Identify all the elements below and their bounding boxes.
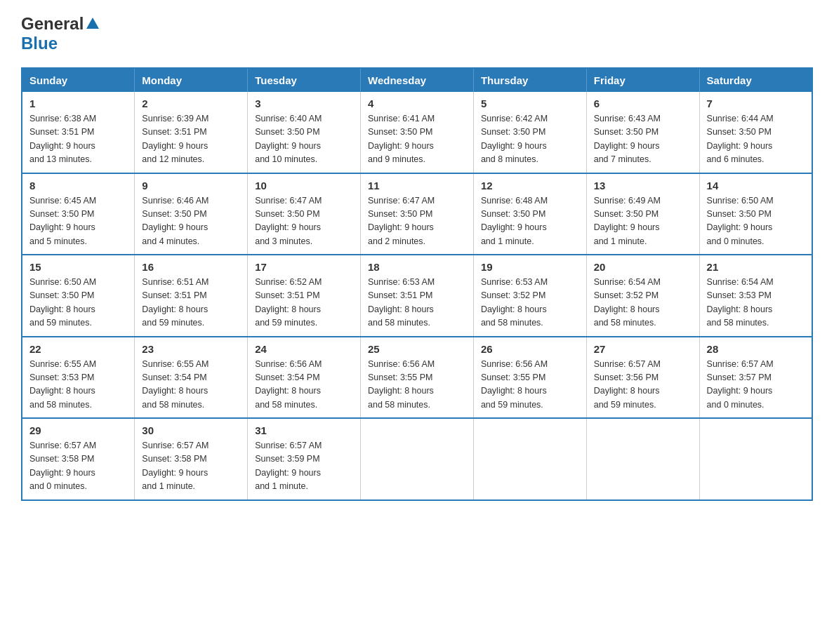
day-number: 29 (29, 424, 127, 436)
day-number: 2 (142, 98, 240, 109)
calendar-cell (699, 418, 812, 500)
page-header: General Blue (21, 14, 813, 53)
calendar-header-row: SundayMondayTuesdayWednesdayThursdayFrid… (22, 68, 812, 92)
day-number: 20 (594, 261, 692, 273)
day-number: 24 (255, 343, 353, 355)
day-info: Sunrise: 6:41 AM Sunset: 3:50 PM Dayligh… (368, 112, 466, 167)
logo: General Blue (21, 14, 100, 53)
day-number: 10 (255, 180, 353, 192)
day-info: Sunrise: 6:47 AM Sunset: 3:50 PM Dayligh… (368, 194, 466, 249)
header-wednesday: Wednesday (361, 68, 474, 92)
day-number: 27 (594, 343, 692, 355)
calendar-cell: 22Sunrise: 6:55 AM Sunset: 3:53 PM Dayli… (22, 337, 135, 419)
day-number: 14 (707, 180, 805, 192)
header-thursday: Thursday (473, 68, 586, 92)
calendar-cell: 25Sunrise: 6:56 AM Sunset: 3:55 PM Dayli… (361, 337, 474, 419)
day-info: Sunrise: 6:55 AM Sunset: 3:54 PM Dayligh… (142, 358, 240, 412)
header-friday: Friday (586, 68, 699, 92)
day-info: Sunrise: 6:50 AM Sunset: 3:50 PM Dayligh… (29, 276, 127, 330)
calendar-cell: 19Sunrise: 6:53 AM Sunset: 3:52 PM Dayli… (473, 255, 586, 337)
day-number: 9 (142, 180, 240, 192)
calendar-cell: 3Sunrise: 6:40 AM Sunset: 3:50 PM Daylig… (248, 92, 361, 173)
header-saturday: Saturday (699, 68, 812, 92)
day-number: 7 (707, 98, 805, 109)
day-number: 12 (481, 180, 579, 192)
calendar-cell: 28Sunrise: 6:57 AM Sunset: 3:57 PM Dayli… (699, 337, 812, 419)
calendar-cell: 8Sunrise: 6:45 AM Sunset: 3:50 PM Daylig… (22, 173, 135, 255)
calendar-cell: 24Sunrise: 6:56 AM Sunset: 3:54 PM Dayli… (248, 337, 361, 419)
day-info: Sunrise: 6:55 AM Sunset: 3:53 PM Dayligh… (29, 358, 127, 412)
calendar-cell: 12Sunrise: 6:48 AM Sunset: 3:50 PM Dayli… (473, 173, 586, 255)
day-number: 22 (29, 343, 127, 355)
day-info: Sunrise: 6:57 AM Sunset: 3:59 PM Dayligh… (255, 439, 353, 494)
calendar-cell: 30Sunrise: 6:57 AM Sunset: 3:58 PM Dayli… (135, 418, 248, 500)
calendar-week-2: 8Sunrise: 6:45 AM Sunset: 3:50 PM Daylig… (22, 173, 812, 255)
calendar-cell: 26Sunrise: 6:56 AM Sunset: 3:55 PM Dayli… (473, 337, 586, 419)
day-number: 30 (142, 424, 240, 436)
day-info: Sunrise: 6:56 AM Sunset: 3:55 PM Dayligh… (481, 358, 579, 412)
calendar-cell: 9Sunrise: 6:46 AM Sunset: 3:50 PM Daylig… (135, 173, 248, 255)
logo-general-text: General (21, 14, 84, 34)
day-number: 8 (29, 180, 127, 192)
calendar-cell: 11Sunrise: 6:47 AM Sunset: 3:50 PM Dayli… (361, 173, 474, 255)
calendar-cell: 18Sunrise: 6:53 AM Sunset: 3:51 PM Dayli… (361, 255, 474, 337)
calendar-cell: 23Sunrise: 6:55 AM Sunset: 3:54 PM Dayli… (135, 337, 248, 419)
calendar-cell: 27Sunrise: 6:57 AM Sunset: 3:56 PM Dayli… (586, 337, 699, 419)
calendar-cell: 1Sunrise: 6:38 AM Sunset: 3:51 PM Daylig… (22, 92, 135, 173)
calendar-table: SundayMondayTuesdayWednesdayThursdayFrid… (21, 67, 813, 501)
day-info: Sunrise: 6:56 AM Sunset: 3:54 PM Dayligh… (255, 358, 353, 412)
day-number: 1 (29, 98, 127, 109)
day-info: Sunrise: 6:40 AM Sunset: 3:50 PM Dayligh… (255, 112, 353, 167)
day-info: Sunrise: 6:53 AM Sunset: 3:52 PM Dayligh… (481, 276, 579, 330)
day-info: Sunrise: 6:47 AM Sunset: 3:50 PM Dayligh… (255, 194, 353, 249)
header-sunday: Sunday (22, 68, 135, 92)
calendar-cell: 16Sunrise: 6:51 AM Sunset: 3:51 PM Dayli… (135, 255, 248, 337)
day-number: 6 (594, 98, 692, 109)
header-monday: Monday (135, 68, 248, 92)
day-number: 21 (707, 261, 805, 273)
day-number: 11 (368, 180, 466, 192)
day-number: 15 (29, 261, 127, 273)
day-info: Sunrise: 6:46 AM Sunset: 3:50 PM Dayligh… (142, 194, 240, 249)
day-info: Sunrise: 6:50 AM Sunset: 3:50 PM Dayligh… (707, 194, 805, 249)
day-number: 25 (368, 343, 466, 355)
calendar-cell: 2Sunrise: 6:39 AM Sunset: 3:51 PM Daylig… (135, 92, 248, 173)
day-info: Sunrise: 6:39 AM Sunset: 3:51 PM Dayligh… (142, 112, 240, 167)
calendar-week-1: 1Sunrise: 6:38 AM Sunset: 3:51 PM Daylig… (22, 92, 812, 173)
calendar-cell: 31Sunrise: 6:57 AM Sunset: 3:59 PM Dayli… (248, 418, 361, 500)
day-number: 13 (594, 180, 692, 192)
day-number: 28 (707, 343, 805, 355)
day-number: 31 (255, 424, 353, 436)
calendar-cell: 17Sunrise: 6:52 AM Sunset: 3:51 PM Dayli… (248, 255, 361, 337)
day-info: Sunrise: 6:57 AM Sunset: 3:56 PM Dayligh… (594, 358, 692, 412)
calendar-cell: 4Sunrise: 6:41 AM Sunset: 3:50 PM Daylig… (361, 92, 474, 173)
day-info: Sunrise: 6:42 AM Sunset: 3:50 PM Dayligh… (481, 112, 579, 167)
day-info: Sunrise: 6:52 AM Sunset: 3:51 PM Dayligh… (255, 276, 353, 330)
calendar-cell: 21Sunrise: 6:54 AM Sunset: 3:53 PM Dayli… (699, 255, 812, 337)
day-number: 18 (368, 261, 466, 273)
day-info: Sunrise: 6:54 AM Sunset: 3:53 PM Dayligh… (707, 276, 805, 330)
calendar-week-3: 15Sunrise: 6:50 AM Sunset: 3:50 PM Dayli… (22, 255, 812, 337)
day-number: 16 (142, 261, 240, 273)
day-number: 19 (481, 261, 579, 273)
calendar-cell: 13Sunrise: 6:49 AM Sunset: 3:50 PM Dayli… (586, 173, 699, 255)
day-number: 4 (368, 98, 466, 109)
day-info: Sunrise: 6:43 AM Sunset: 3:50 PM Dayligh… (594, 112, 692, 167)
day-info: Sunrise: 6:49 AM Sunset: 3:50 PM Dayligh… (594, 194, 692, 249)
day-info: Sunrise: 6:44 AM Sunset: 3:50 PM Dayligh… (707, 112, 805, 167)
day-info: Sunrise: 6:57 AM Sunset: 3:57 PM Dayligh… (707, 358, 805, 412)
calendar-cell (473, 418, 586, 500)
calendar-cell: 10Sunrise: 6:47 AM Sunset: 3:50 PM Dayli… (248, 173, 361, 255)
header-tuesday: Tuesday (248, 68, 361, 92)
calendar-cell (361, 418, 474, 500)
calendar-cell: 29Sunrise: 6:57 AM Sunset: 3:58 PM Dayli… (22, 418, 135, 500)
day-info: Sunrise: 6:57 AM Sunset: 3:58 PM Dayligh… (29, 439, 127, 494)
calendar-week-4: 22Sunrise: 6:55 AM Sunset: 3:53 PM Dayli… (22, 337, 812, 419)
svg-marker-0 (86, 18, 99, 29)
day-info: Sunrise: 6:38 AM Sunset: 3:51 PM Dayligh… (29, 112, 127, 167)
calendar-cell: 5Sunrise: 6:42 AM Sunset: 3:50 PM Daylig… (473, 92, 586, 173)
day-info: Sunrise: 6:57 AM Sunset: 3:58 PM Dayligh… (142, 439, 240, 494)
day-info: Sunrise: 6:54 AM Sunset: 3:52 PM Dayligh… (594, 276, 692, 330)
day-info: Sunrise: 6:48 AM Sunset: 3:50 PM Dayligh… (481, 194, 579, 249)
day-number: 5 (481, 98, 579, 109)
